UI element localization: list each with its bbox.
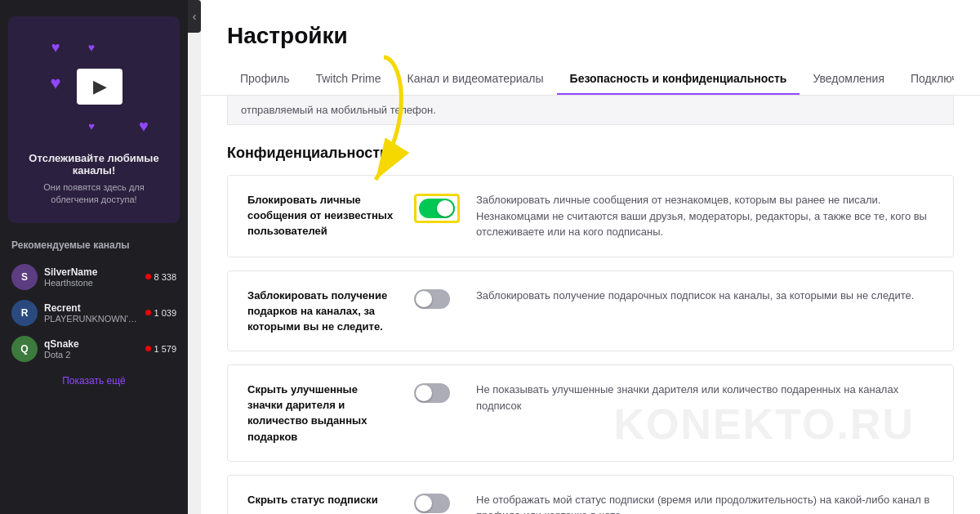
toggle-switch-0[interactable] [419,199,455,218]
show-more-button[interactable]: Показать ещё [59,370,129,391]
heart-icon-8: ♥ [129,111,158,141]
live-dot-1 [145,310,151,315]
channel-viewers-1: 1 039 [145,308,176,318]
toggle-track-3 [414,494,450,513]
channel-info-0: SilverName Hearthstone [44,266,139,288]
toggle-thumb-1 [416,291,432,307]
heart-icon-1: ♥ [41,33,70,62]
channel-name-0: SilverName [44,266,139,278]
heart-icon-7: ♥ [77,111,106,141]
toggle-switch-1[interactable] [414,289,450,309]
channel-item-1[interactable]: R Recrent PLAYERUNKNOWN'S... 1 039 [8,295,180,331]
privacy-item-label-3: Скрыть статус подписки [247,492,411,507]
heart-icon-4: ♥ [41,69,70,98]
live-dot-0 [145,274,151,279]
privacy-item-1: Заблокировать получение подарков на кана… [227,270,954,352]
privacy-item-desc-2: Не показывать улучшенные значки дарителя… [476,382,933,413]
privacy-item-toggle-0[interactable] [411,192,476,223]
main-content: Настройки Профиль Twitch Prime Канал и в… [201,0,980,514]
privacy-item-label-0: Блокировать личные сообщения от неизвест… [247,192,411,239]
privacy-item-0: Блокировать личные сообщения от неизвест… [227,175,954,257]
channel-info-1: Recrent PLAYERUNKNOWN'S... [44,302,139,324]
tab-twitch-prime[interactable]: Twitch Prime [302,64,394,95]
toggle-track-1 [414,289,450,309]
tab-connections[interactable]: Подключения [898,64,954,95]
privacy-item-3: Скрыть статус подписки Не отображать мой… [227,475,954,514]
privacy-item-toggle-3[interactable] [411,492,476,513]
heart-icon-6 [41,111,70,141]
toggle-thumb-2 [416,385,432,401]
heart-icon-3 [129,33,158,62]
toggle-track-0 [419,199,455,218]
toggle-thumb-0 [437,200,453,217]
recommended-section-label: Рекомендуемые каналы [8,239,130,251]
toggle-highlight-0 [414,194,460,223]
privacy-item-toggle-2[interactable] [411,382,476,403]
privacy-label-text-3: Скрыть статус подписки [247,494,378,506]
channel-name-1: Recrent [44,302,139,314]
app-wrapper: ♥ ♥ ♥ ▶ ♥ ♥ Отслеживайте любимые каналы!… [0,0,980,514]
privacy-item-label-1: Заблокировать получение подарков на кана… [247,288,411,335]
sidebar-hero-subtitle: Они появятся здесь для облегчения доступ… [24,181,163,207]
settings-top-note: отправляемый на мобильный телефон. [227,96,954,125]
privacy-item-toggle-1[interactable] [411,288,476,309]
tab-security[interactable]: Безопасность и конфиденциальность [557,64,800,95]
channel-game-0: Hearthstone [44,278,139,288]
privacy-item-desc-0: Заблокировать личные сообщения от незнак… [476,192,933,240]
heart-icon-2: ♥ [77,33,106,62]
channel-game-2: Dota 2 [44,350,139,360]
toggle-thumb-3 [416,495,432,512]
channel-viewers-0: 8 338 [145,272,176,282]
privacy-section-title: Конфиденциальность [227,145,954,162]
channel-name-2: qSnake [44,338,139,350]
channel-item-0[interactable]: S SilverName Hearthstone 8 338 [8,259,180,295]
toggle-track-2 [414,383,450,403]
channel-viewers-2: 1 579 [145,344,176,354]
settings-page-title: Настройки [227,23,954,49]
sidebar-collapse-button[interactable]: ‹ [188,0,201,33]
channel-game-1: PLAYERUNKNOWN'S... [44,314,139,324]
sidebar-hero: ♥ ♥ ♥ ▶ ♥ ♥ Отслеживайте любимые каналы!… [8,16,180,223]
channel-list: S SilverName Hearthstone 8 338 R Recrent… [8,259,180,367]
privacy-item-2: Скрыть улучшенные значки дарителя и коли… [227,364,954,462]
heart-icon-5 [129,69,158,98]
tab-channel[interactable]: Канал и видеоматериалы [394,64,557,95]
channel-avatar-0: S [11,264,38,290]
sidebar: ♥ ♥ ♥ ▶ ♥ ♥ Отслеживайте любимые каналы!… [0,0,188,514]
sidebar-hero-title: Отслеживайте любимые каналы! [24,152,163,177]
video-icon: ▶ [77,69,122,105]
privacy-item-desc-1: Заблокировать получение подарочных подпи… [476,288,933,304]
channel-avatar-1: R [11,300,38,326]
toggle-switch-2[interactable] [414,383,450,403]
live-dot-2 [145,346,151,351]
tab-profile[interactable]: Профиль [227,64,302,95]
privacy-label-text-0: Блокировать личные сообщения от неизвест… [247,194,393,237]
privacy-label-text-1: Заблокировать получение подарков на кана… [247,289,387,333]
settings-header: Настройки Профиль Twitch Prime Канал и в… [201,0,980,96]
toggle-switch-3[interactable] [414,494,450,513]
settings-body: отправляемый на мобильный телефон. Конфи… [201,96,980,514]
privacy-item-desc-3: Не отображать мой статус подписки (время… [476,492,933,514]
channel-info-2: qSnake Dota 2 [44,338,139,360]
channel-item-2[interactable]: Q qSnake Dota 2 1 579 [8,331,180,367]
sidebar-hero-icons: ♥ ♥ ♥ ▶ ♥ ♥ [41,33,147,141]
channel-avatar-2: Q [11,336,38,362]
tab-notifications[interactable]: Уведомления [800,64,898,95]
privacy-label-text-2: Скрыть улучшенные значки дарителя и коли… [247,383,367,443]
settings-tabs: Профиль Twitch Prime Канал и видеоматери… [227,64,954,95]
privacy-item-label-2: Скрыть улучшенные значки дарителя и коли… [247,382,411,445]
